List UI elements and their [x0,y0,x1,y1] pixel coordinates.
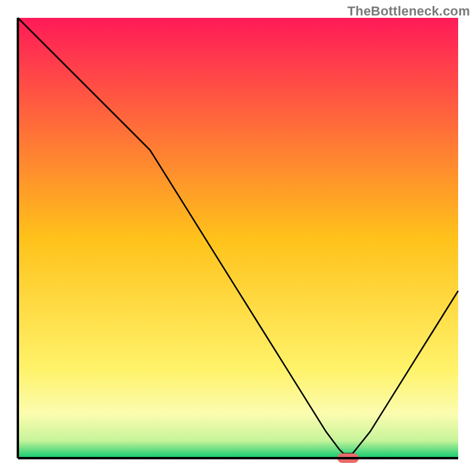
chart-container: TheBottleneck.com [0,0,476,476]
bottleneck-chart [0,0,476,476]
